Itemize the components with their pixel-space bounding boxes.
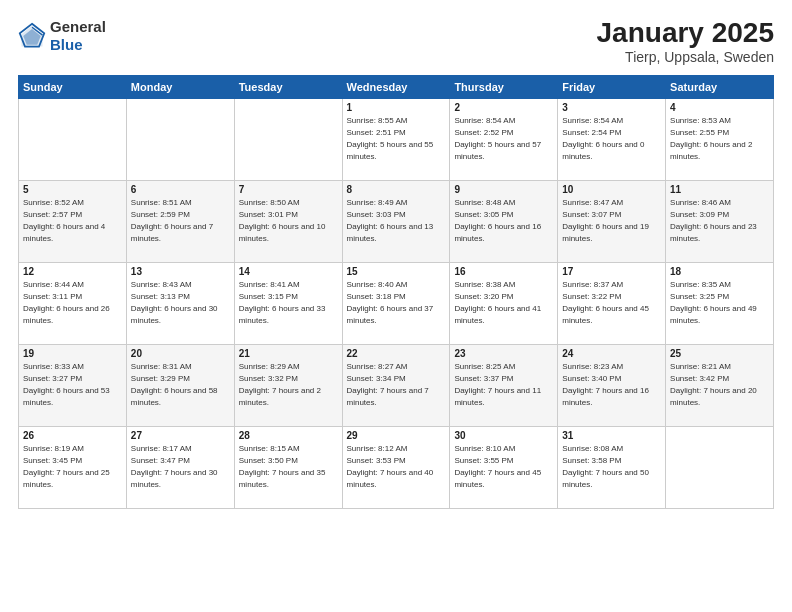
header-thursday: Thursday [450,75,558,98]
table-row: 16 Sunrise: 8:38 AM Sunset: 3:20 PM Dayl… [450,262,558,344]
sunrise-text: Sunrise: 8:40 AM [347,280,408,289]
daylight-text: Daylight: 7 hours and 25 minutes. [23,468,110,489]
sunrise-text: Sunrise: 8:23 AM [562,362,623,371]
table-row [666,426,774,508]
day-info: Sunrise: 8:08 AM Sunset: 3:58 PM Dayligh… [562,443,661,491]
daylight-text: Daylight: 6 hours and 49 minutes. [670,304,757,325]
day-info: Sunrise: 8:27 AM Sunset: 3:34 PM Dayligh… [347,361,446,409]
day-number: 6 [131,184,230,195]
table-row: 5 Sunrise: 8:52 AM Sunset: 2:57 PM Dayli… [19,180,127,262]
weekday-header-row: Sunday Monday Tuesday Wednesday Thursday… [19,75,774,98]
sunrise-text: Sunrise: 8:46 AM [670,198,731,207]
table-row: 9 Sunrise: 8:48 AM Sunset: 3:05 PM Dayli… [450,180,558,262]
day-number: 15 [347,266,446,277]
table-row: 13 Sunrise: 8:43 AM Sunset: 3:13 PM Dayl… [126,262,234,344]
day-number: 16 [454,266,553,277]
sunset-text: Sunset: 2:54 PM [562,128,621,137]
day-info: Sunrise: 8:54 AM Sunset: 2:54 PM Dayligh… [562,115,661,163]
daylight-text: Daylight: 6 hours and 4 minutes. [23,222,105,243]
sunset-text: Sunset: 2:51 PM [347,128,406,137]
table-row: 27 Sunrise: 8:17 AM Sunset: 3:47 PM Dayl… [126,426,234,508]
sunset-text: Sunset: 3:07 PM [562,210,621,219]
day-info: Sunrise: 8:54 AM Sunset: 2:52 PM Dayligh… [454,115,553,163]
daylight-text: Daylight: 7 hours and 45 minutes. [454,468,541,489]
day-number: 22 [347,348,446,359]
day-number: 28 [239,430,338,441]
sunset-text: Sunset: 3:01 PM [239,210,298,219]
sunset-text: Sunset: 3:34 PM [347,374,406,383]
sunrise-text: Sunrise: 8:51 AM [131,198,192,207]
sunset-text: Sunset: 3:37 PM [454,374,513,383]
day-number: 23 [454,348,553,359]
table-row: 8 Sunrise: 8:49 AM Sunset: 3:03 PM Dayli… [342,180,450,262]
logo-general: General [50,18,106,35]
day-info: Sunrise: 8:40 AM Sunset: 3:18 PM Dayligh… [347,279,446,327]
sunrise-text: Sunrise: 8:43 AM [131,280,192,289]
sunrise-text: Sunrise: 8:12 AM [347,444,408,453]
daylight-text: Daylight: 6 hours and 10 minutes. [239,222,326,243]
day-number: 5 [23,184,122,195]
day-info: Sunrise: 8:31 AM Sunset: 3:29 PM Dayligh… [131,361,230,409]
table-row: 18 Sunrise: 8:35 AM Sunset: 3:25 PM Dayl… [666,262,774,344]
daylight-text: Daylight: 6 hours and 0 minutes. [562,140,644,161]
sunset-text: Sunset: 3:05 PM [454,210,513,219]
day-number: 4 [670,102,769,113]
sunset-text: Sunset: 3:03 PM [347,210,406,219]
daylight-text: Daylight: 6 hours and 53 minutes. [23,386,110,407]
table-row: 7 Sunrise: 8:50 AM Sunset: 3:01 PM Dayli… [234,180,342,262]
sunset-text: Sunset: 3:13 PM [131,292,190,301]
sunset-text: Sunset: 3:58 PM [562,456,621,465]
calendar-week-row: 5 Sunrise: 8:52 AM Sunset: 2:57 PM Dayli… [19,180,774,262]
logo-icon [18,22,46,50]
day-number: 21 [239,348,338,359]
table-row: 29 Sunrise: 8:12 AM Sunset: 3:53 PM Dayl… [342,426,450,508]
day-info: Sunrise: 8:41 AM Sunset: 3:15 PM Dayligh… [239,279,338,327]
day-number: 29 [347,430,446,441]
table-row: 21 Sunrise: 8:29 AM Sunset: 3:32 PM Dayl… [234,344,342,426]
day-number: 27 [131,430,230,441]
sunset-text: Sunset: 3:53 PM [347,456,406,465]
day-number: 24 [562,348,661,359]
day-number: 30 [454,430,553,441]
daylight-text: Daylight: 6 hours and 45 minutes. [562,304,649,325]
day-number: 3 [562,102,661,113]
sunset-text: Sunset: 3:09 PM [670,210,729,219]
table-row [234,98,342,180]
day-info: Sunrise: 8:48 AM Sunset: 3:05 PM Dayligh… [454,197,553,245]
sunset-text: Sunset: 3:15 PM [239,292,298,301]
day-info: Sunrise: 8:21 AM Sunset: 3:42 PM Dayligh… [670,361,769,409]
sunrise-text: Sunrise: 8:17 AM [131,444,192,453]
sunrise-text: Sunrise: 8:54 AM [562,116,623,125]
table-row: 24 Sunrise: 8:23 AM Sunset: 3:40 PM Dayl… [558,344,666,426]
day-number: 8 [347,184,446,195]
sunset-text: Sunset: 3:40 PM [562,374,621,383]
sunrise-text: Sunrise: 8:52 AM [23,198,84,207]
day-info: Sunrise: 8:35 AM Sunset: 3:25 PM Dayligh… [670,279,769,327]
daylight-text: Daylight: 6 hours and 19 minutes. [562,222,649,243]
daylight-text: Daylight: 7 hours and 11 minutes. [454,386,541,407]
sunset-text: Sunset: 2:55 PM [670,128,729,137]
day-info: Sunrise: 8:44 AM Sunset: 3:11 PM Dayligh… [23,279,122,327]
sunrise-text: Sunrise: 8:31 AM [131,362,192,371]
sunrise-text: Sunrise: 8:54 AM [454,116,515,125]
header-wednesday: Wednesday [342,75,450,98]
day-number: 12 [23,266,122,277]
daylight-text: Daylight: 7 hours and 40 minutes. [347,468,434,489]
calendar-week-row: 1 Sunrise: 8:55 AM Sunset: 2:51 PM Dayli… [19,98,774,180]
header-saturday: Saturday [666,75,774,98]
daylight-text: Daylight: 7 hours and 16 minutes. [562,386,649,407]
title-block: January 2025 Tierp, Uppsala, Sweden [597,18,774,65]
day-number: 1 [347,102,446,113]
logo-text: General Blue [50,18,106,54]
day-info: Sunrise: 8:23 AM Sunset: 3:40 PM Dayligh… [562,361,661,409]
calendar-table: Sunday Monday Tuesday Wednesday Thursday… [18,75,774,509]
table-row: 17 Sunrise: 8:37 AM Sunset: 3:22 PM Dayl… [558,262,666,344]
sunset-text: Sunset: 2:57 PM [23,210,82,219]
day-number: 11 [670,184,769,195]
table-row: 20 Sunrise: 8:31 AM Sunset: 3:29 PM Dayl… [126,344,234,426]
day-number: 14 [239,266,338,277]
day-number: 26 [23,430,122,441]
table-row: 15 Sunrise: 8:40 AM Sunset: 3:18 PM Dayl… [342,262,450,344]
day-number: 2 [454,102,553,113]
table-row: 11 Sunrise: 8:46 AM Sunset: 3:09 PM Dayl… [666,180,774,262]
